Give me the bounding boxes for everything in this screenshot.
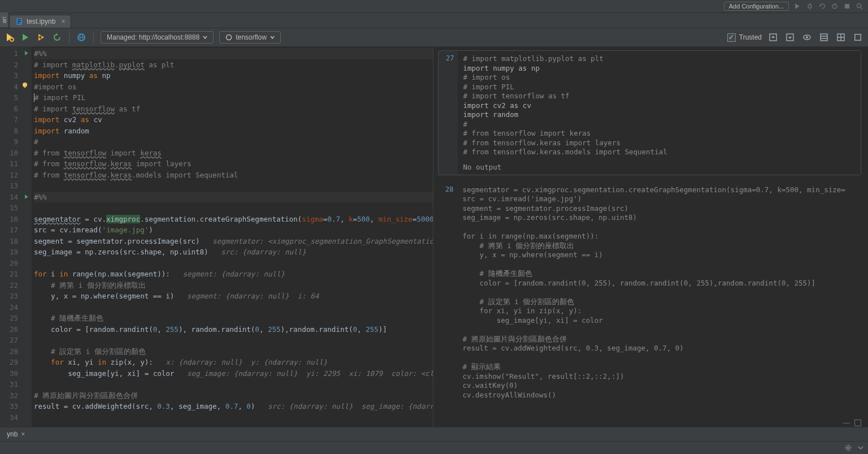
code-line[interactable]: # [34, 136, 433, 148]
code-line[interactable]: # from tensorflow import keras [34, 148, 433, 159]
code-line[interactable]: # 隨機產生顏色 [34, 313, 433, 324]
code-line[interactable]: seg_image = np.zeros(src.shape, np.uint8… [34, 247, 433, 258]
stop-icon[interactable] [843, 2, 851, 10]
code-line[interactable]: # import PIL [34, 92, 433, 103]
coverage-icon[interactable] [818, 2, 826, 10]
code-line[interactable]: #import os [34, 81, 433, 93]
code-line[interactable]: seg_image[yi, xi] = color seg_image: {nd… [34, 368, 433, 379]
layout-2-button[interactable] [835, 32, 847, 43]
file-tab-test-ipynb[interactable]: test.ipynb × [9, 15, 71, 28]
move-cell-down-button[interactable] [784, 32, 796, 43]
code-line[interactable]: segmentator = cv.ximgproc.segmentation.c… [34, 214, 433, 225]
line-number[interactable]: 16 [0, 214, 32, 225]
code-line[interactable] [34, 335, 433, 346]
bottom-tab[interactable]: ynb × [2, 429, 29, 439]
env-select[interactable]: tensorflow [219, 31, 281, 44]
close-icon[interactable]: × [21, 430, 25, 438]
restart-kernel-button[interactable] [52, 32, 62, 42]
code-line[interactable] [34, 412, 433, 423]
code-line[interactable]: # 設定第 i 個分割區的顏色 [34, 346, 433, 357]
line-number[interactable]: 24 [0, 302, 32, 313]
debug-icon[interactable] [806, 2, 814, 10]
code-line[interactable]: color = [random.randint(0, 255), random.… [34, 324, 433, 335]
add-configuration-button[interactable]: Add Configuration... [724, 2, 789, 11]
code-line[interactable]: import numpy as np [34, 70, 433, 81]
code-line[interactable]: y, x = np.where(segment == i) segment: {… [34, 291, 433, 302]
open-browser-button[interactable] [76, 32, 86, 42]
line-number[interactable]: 5 [0, 92, 32, 103]
line-number[interactable]: 8 [0, 126, 32, 137]
line-gutter[interactable]: 1234567891011121314151617181920212223242… [0, 47, 32, 427]
code-line[interactable] [34, 202, 433, 214]
server-select[interactable]: Managed: http://localhost:8888 [101, 31, 214, 44]
cell-code[interactable]: # import matplotlib.pyplot as plt import… [458, 51, 861, 161]
line-number[interactable]: 6 [0, 103, 32, 115]
line-number[interactable]: 12 [0, 170, 32, 181]
settings-icon[interactable] [844, 444, 852, 452]
code-line[interactable]: segment = segmentator.processImage(src) … [34, 236, 433, 247]
search-icon[interactable] [856, 2, 863, 10]
line-number[interactable]: 15 [0, 202, 32, 214]
line-number[interactable]: 34 [0, 412, 32, 423]
line-number[interactable]: 30 [0, 368, 32, 379]
preview-toggle-button[interactable] [801, 32, 813, 43]
run-icon[interactable] [793, 2, 801, 10]
run-cell-button[interactable] [20, 32, 31, 42]
code-line[interactable] [34, 180, 433, 192]
line-number[interactable]: 27 [0, 335, 32, 346]
line-number[interactable]: 10 [0, 148, 32, 159]
close-icon[interactable]: × [61, 18, 65, 25]
code-line[interactable]: # from tensorflow.keras import layers [34, 158, 433, 170]
code-line[interactable]: #%% [34, 192, 433, 203]
move-cell-up-button[interactable] [767, 32, 779, 43]
add-cell-button[interactable] [5, 32, 15, 42]
line-number[interactable]: 26 [0, 324, 32, 335]
line-number[interactable]: 13 [0, 180, 32, 192]
profiler-icon[interactable] [831, 2, 839, 10]
editor-pane[interactable]: 1234567891011121314151617181920212223242… [0, 47, 433, 427]
code-line[interactable] [34, 302, 433, 313]
line-number[interactable]: 11 [0, 158, 32, 170]
line-number[interactable]: 1 [0, 48, 32, 59]
line-number[interactable]: 7 [0, 114, 32, 126]
line-number[interactable]: 33 [0, 401, 32, 412]
code-line[interactable]: # import tensorflow as tf [34, 103, 433, 115]
preview-cell[interactable]: 28segmentator = cv.ximgproc.segmentation… [438, 182, 862, 404]
line-number[interactable]: 25 [0, 313, 32, 324]
code-line[interactable] [34, 258, 433, 269]
trusted-checkbox[interactable]: ✓ Trusted [727, 33, 762, 42]
line-number[interactable]: 23 [0, 291, 32, 302]
code-line[interactable]: # import matplotlib.pyplot as plt [34, 59, 433, 71]
code-line[interactable]: import cv2 as cv [34, 114, 433, 126]
code-editor[interactable]: #%%# import matplotlib.pyplot as pltimpo… [32, 47, 433, 427]
code-line[interactable]: for xi, yi in zip(x, y): x: {ndarray: nu… [34, 357, 433, 368]
line-number[interactable]: 22 [0, 280, 32, 291]
code-line[interactable]: # 將第 i 個分割的座標取出 [34, 280, 433, 291]
chevron-down-icon[interactable] [858, 445, 863, 451]
line-number[interactable]: 17 [0, 224, 32, 236]
code-line[interactable]: src = cv.imread('image.jpg') [34, 224, 433, 236]
layout-1-button[interactable] [818, 32, 830, 43]
code-line[interactable]: #%% [34, 48, 433, 59]
line-number[interactable]: 32 [0, 390, 32, 401]
code-line[interactable]: result = cv.addWeighted(src, 0.3, seg_im… [34, 401, 433, 412]
line-number[interactable]: 9 [0, 136, 32, 148]
code-line[interactable]: # 將原始圖片與分割區顏色合併 [34, 390, 433, 401]
line-number[interactable]: 20 [0, 258, 32, 269]
line-number[interactable]: 31 [0, 379, 32, 390]
code-line[interactable]: import random [34, 126, 433, 137]
code-line[interactable]: for i in range(np.max(segment)): segment… [34, 269, 433, 280]
code-line[interactable] [34, 379, 433, 390]
line-number[interactable]: 18 [0, 236, 32, 247]
line-number[interactable]: 3 [0, 70, 32, 81]
maximize-icon[interactable] [854, 420, 861, 426]
cell-code[interactable]: segmentator = cv.ximgproc.segmentation.c… [457, 182, 862, 404]
preview-scroll[interactable]: 27# import matplotlib.pyplot as plt impo… [433, 47, 866, 419]
code-line[interactable]: # from tensorflow.keras.models import Se… [34, 170, 433, 181]
line-number[interactable]: 28 [0, 346, 32, 357]
minimize-icon[interactable]: — [843, 419, 850, 427]
line-number[interactable]: 4 [0, 81, 32, 93]
line-number[interactable]: 14 [0, 192, 32, 203]
line-number[interactable]: 2 [0, 59, 32, 71]
left-stripe-tab[interactable]: ari [0, 12, 8, 27]
